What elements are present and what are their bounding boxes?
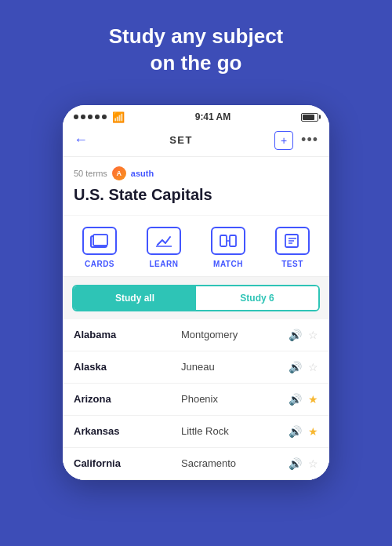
study-limited-button[interactable]: Study 6 (196, 286, 318, 310)
table-row: Alaska Juneau 🔊 ☆ (63, 351, 329, 384)
term-def: Juneau (181, 361, 289, 373)
match-svg (219, 234, 238, 248)
svg-rect-5 (230, 235, 236, 246)
avatar: A (112, 166, 126, 180)
set-meta: 50 terms A asuth (74, 166, 318, 180)
signal-dot-1 (74, 115, 78, 119)
table-row: California Sacramento 🔊 ☆ (63, 448, 329, 480)
test-label: TEST (281, 260, 303, 268)
learn-icon-box (147, 227, 181, 255)
term-actions: 🔊 ☆ (289, 457, 318, 470)
status-time: 9:41 AM (195, 111, 231, 122)
terms-list: Alabama Montgomery 🔊 ☆ Alaska Juneau 🔊 ☆… (63, 319, 329, 480)
cards-svg (90, 234, 109, 248)
term-word: Arizona (74, 393, 181, 405)
term-def: Montgomery (181, 329, 289, 340)
term-def: Little Rock (181, 425, 289, 437)
match-icon-box (211, 227, 245, 255)
table-row: Arkansas Little Rock 🔊 ★ (63, 416, 329, 448)
nav-bar: ← SET + ••• (63, 126, 329, 157)
signal-dot-3 (88, 115, 93, 119)
table-row: Alabama Montgomery 🔊 ☆ (63, 319, 329, 351)
phone-mockup: 📶 9:41 AM ← SET + ••• 50 terms A asuth U… (63, 105, 329, 480)
more-button[interactable]: ••• (301, 132, 318, 148)
term-word: Arkansas (74, 425, 181, 437)
audio-icon[interactable]: 🔊 (289, 329, 302, 341)
audio-icon[interactable]: 🔊 (289, 361, 302, 373)
mode-match[interactable]: MATCH (203, 224, 253, 276)
star-icon[interactable]: ☆ (308, 329, 318, 341)
add-button[interactable]: + (274, 131, 293, 150)
signal-dot-4 (95, 115, 100, 119)
nav-title: SET (169, 134, 193, 146)
set-title: U.S. State Capitals (74, 185, 318, 204)
learn-svg (154, 234, 173, 248)
audio-icon[interactable]: 🔊 (289, 425, 302, 438)
term-word: Alabama (74, 329, 181, 340)
status-bar: 📶 9:41 AM (63, 105, 329, 126)
mode-test[interactable]: TEST (267, 224, 318, 276)
test-svg (283, 234, 302, 248)
term-actions: 🔊 ☆ (289, 329, 318, 341)
mode-learn[interactable]: LEARN (139, 224, 189, 276)
term-def: Phoenix (181, 393, 289, 405)
star-icon[interactable]: ★ (308, 393, 318, 406)
term-actions: 🔊 ★ (289, 425, 318, 438)
back-button[interactable]: ← (74, 132, 88, 148)
term-actions: 🔊 ★ (289, 393, 318, 406)
star-icon[interactable]: ★ (308, 425, 318, 438)
hero-title: Study any subjecton the go (109, 24, 284, 77)
study-all-button[interactable]: Study all (74, 286, 196, 310)
terms-count: 50 terms (74, 169, 107, 178)
match-label: MATCH (213, 260, 243, 268)
table-row: Arizona Phoenix 🔊 ★ (63, 384, 329, 416)
cards-label: CARDS (85, 260, 114, 268)
cards-icon-box (82, 227, 117, 255)
hero-section: Study any subjecton the go (0, 0, 392, 93)
svg-rect-4 (220, 235, 227, 246)
term-def: Sacramento (181, 457, 289, 469)
signal-dot-2 (81, 115, 85, 119)
wifi-icon: 📶 (112, 111, 125, 123)
set-header: 50 terms A asuth U.S. State Capitals (63, 157, 329, 215)
signal-dot-5 (102, 115, 107, 119)
svg-rect-1 (93, 235, 107, 246)
content-area: 50 terms A asuth U.S. State Capitals CAR… (63, 157, 329, 480)
term-actions: 🔊 ☆ (289, 361, 318, 373)
star-icon[interactable]: ☆ (308, 457, 318, 470)
test-icon-box (275, 227, 310, 255)
nav-actions: + ••• (274, 131, 318, 150)
study-toggle: Study all Study 6 (72, 285, 320, 311)
mode-cards[interactable]: CARDS (74, 224, 125, 276)
status-signal: 📶 (74, 111, 125, 123)
audio-icon[interactable]: 🔊 (289, 457, 302, 470)
username[interactable]: asuth (131, 169, 154, 178)
audio-icon[interactable]: 🔊 (289, 393, 302, 406)
term-word: Alaska (74, 361, 181, 373)
study-modes: CARDS LEARN (63, 216, 329, 277)
star-icon[interactable]: ☆ (308, 361, 318, 373)
learn-label: LEARN (150, 260, 179, 268)
battery-fill (303, 115, 314, 120)
status-right (301, 113, 318, 122)
battery-icon (301, 113, 318, 122)
term-word: California (74, 457, 181, 469)
